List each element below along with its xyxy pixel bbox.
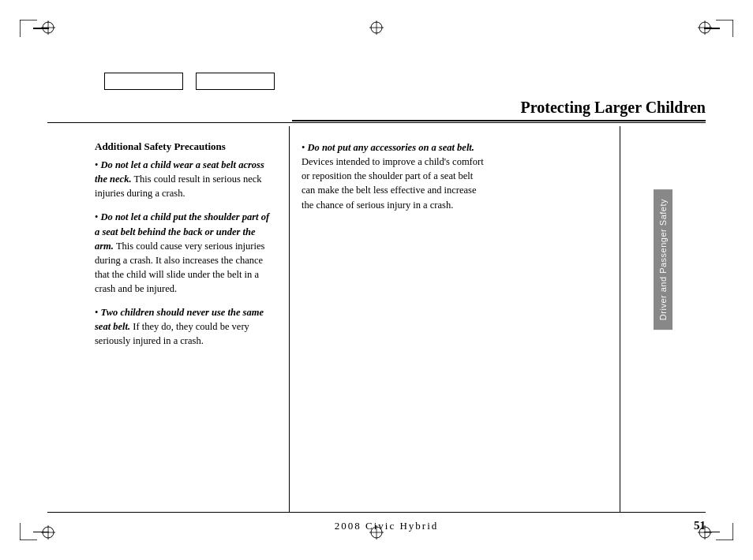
tick-tr-h	[704, 28, 720, 29]
bullet-2-normal: This could cause very serious injuries d…	[95, 241, 264, 294]
col-mid: Do not put any accessories on a seat bel…	[290, 126, 499, 222]
page-title: Protecting Larger Children	[521, 99, 706, 116]
tab-rect-1	[104, 73, 183, 90]
footer-page-num: 51	[694, 519, 706, 532]
bullet-mid-1-normal: Devices intended to improve a child's co…	[302, 156, 484, 210]
page: Protecting Larger Children Additional Sa…	[0, 0, 753, 560]
tick-bl-h	[33, 532, 49, 533]
bullet-mid-1-bold: Do not put any accessories on a seat bel…	[308, 142, 474, 153]
footer: 2008 Civic Hybrid 51	[47, 512, 706, 532]
col-right: Driver and Passenger Safety	[620, 126, 706, 330]
footer-center: 2008 Civic Hybrid	[335, 520, 439, 532]
bullet-item-mid-1: Do not put any accessories on a seat bel…	[302, 140, 487, 212]
bullet-item-2: Do not let a child put the shoulder part…	[95, 210, 271, 296]
bullet-item-3: Two children should never use the same s…	[95, 305, 271, 348]
col-left: Additional Safety Precautions Do not let…	[47, 126, 280, 358]
page-title-bar: Protecting Larger Children	[292, 99, 706, 121]
main-divider-h	[47, 122, 706, 123]
tab-rect-2	[196, 73, 275, 90]
tick-tl-h	[33, 28, 49, 29]
content-area: Additional Safety Precautions Do not let…	[47, 126, 706, 497]
sidebar-tab: Driver and Passenger Safety	[654, 189, 672, 330]
bullet-item-1: Do not let a child wear a seat belt acro…	[95, 158, 271, 200]
reg-tc-icon	[369, 21, 384, 35]
tick-br-h	[704, 532, 720, 533]
section-heading: Additional Safety Precautions	[95, 140, 271, 153]
